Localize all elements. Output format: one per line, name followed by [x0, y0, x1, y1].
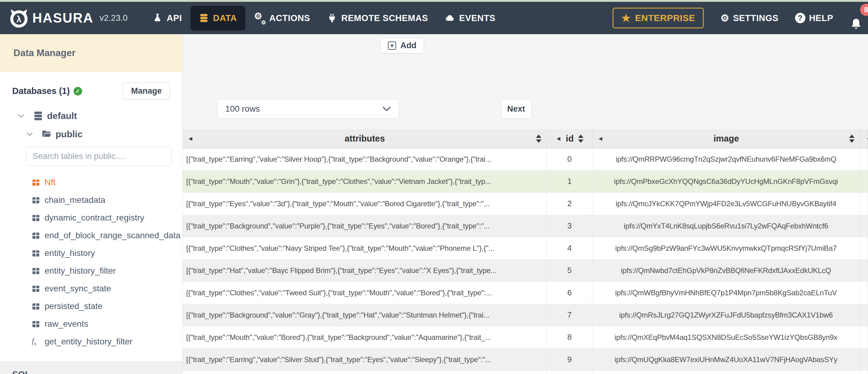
- image-cell: ipfs://QmNwbd7ctEhGpVkP8nZvBBQfiNeFKRdxf…: [592, 259, 860, 282]
- image-cell: ipfs://QmXEqPbvM4aq1SQSXN8DSuEcSo5SseYW1…: [592, 326, 860, 348]
- attributes-cell: [{"trait_type":"Earring","value":"Silver…: [183, 348, 547, 371]
- table-row: [183, 371, 868, 374]
- sidebar-function-item[interactable]: fx get_entity_history_filter: [0, 333, 182, 350]
- image-cell: ipfs://QmPbxeGcXhYQQNgsC6a36dDyYUcHgMLnG…: [592, 170, 860, 192]
- table-row: [{"trait_type":"Clothes","value":"Tweed …: [183, 282, 868, 304]
- overflow-cell: [860, 192, 868, 215]
- sort-icon[interactable]: [578, 134, 584, 143]
- notifications-button[interactable]: 8: [850, 5, 864, 31]
- attributes-cell: [{"trait_type":"Background","value":"Gra…: [183, 304, 547, 326]
- id-cell: 3: [547, 215, 592, 237]
- overflow-cell: [860, 348, 868, 371]
- expand-column-icon[interactable]: ◄: [555, 135, 562, 142]
- table-row: [{"trait_type":"Clothes","value":"Navy S…: [183, 237, 868, 259]
- column-header-id: id: [566, 134, 574, 144]
- navbar-right: ★ ENTERPRISE ⚙ SETTINGS ? HELP 8: [613, 5, 864, 31]
- table-icon: [32, 285, 40, 293]
- table-icon: [32, 179, 40, 187]
- sidebar-table-label: Nft: [44, 178, 56, 187]
- next-page-button[interactable]: Next: [501, 99, 531, 119]
- table-icon: [32, 214, 40, 222]
- sidebar-table-item[interactable]: persisted_state: [0, 298, 182, 315]
- sort-icon[interactable]: [849, 134, 855, 143]
- settings-link[interactable]: ⚙ SETTINGS: [720, 12, 778, 24]
- sidebar-table-item[interactable]: dynamic_contract_registry: [0, 209, 182, 227]
- id-cell: 4: [547, 237, 592, 259]
- sidebar-table-item[interactable]: Nft: [0, 174, 182, 191]
- attributes-cell: [{"trait_type":"Hat","value":"Bayc Flipp…: [183, 259, 547, 282]
- sidebar-table-label: persisted_state: [44, 302, 102, 311]
- help-link[interactable]: ? HELP: [795, 13, 833, 23]
- nav-item-data[interactable]: DATA: [190, 6, 245, 31]
- expand-column-icon[interactable]: ◄: [597, 135, 603, 142]
- notification-badge: 8: [860, 4, 868, 16]
- chevron-down-icon: [382, 106, 391, 111]
- enterprise-label: ENTERPRISE: [635, 13, 695, 23]
- table-row: [{"trait_type":"Earring","value":"Silver…: [183, 348, 868, 371]
- rows-per-page-select[interactable]: 100 rows: [217, 99, 399, 119]
- hasura-logo-icon: λ: [9, 8, 29, 28]
- attributes-cell: [{"trait_type":"Mouth","value":"Bored"},…: [183, 326, 547, 348]
- table-row: [{"trait_type":"Background","value":"Pur…: [183, 215, 868, 237]
- overflow-cell: [860, 237, 868, 259]
- sort-icon[interactable]: [536, 134, 541, 143]
- brand-name: HASURA: [32, 10, 93, 26]
- table-icon: [32, 249, 40, 257]
- id-cell: 7: [547, 304, 592, 326]
- sidebar-table-item[interactable]: entity_history: [0, 244, 182, 262]
- attributes-cell: [{"trait_type":"Background","value":"Pur…: [183, 215, 547, 237]
- chevron-down-icon: [18, 114, 24, 118]
- databases-label: Databases (1): [12, 86, 70, 96]
- sidebar: Data Manager Databases (1) ✓ Manage defa…: [0, 34, 183, 374]
- sidebar-table-item[interactable]: chain_metadata: [0, 191, 182, 209]
- nav-item-api[interactable]: API: [144, 6, 190, 31]
- sql-link[interactable]: SQL: [12, 369, 31, 374]
- table-row: [{"trait_type":"Earring","value":"Silver…: [183, 148, 868, 170]
- sidebar-table-label: dynamic_contract_registry: [44, 213, 144, 223]
- table-row: [{"trait_type":"Background","value":"Gra…: [183, 304, 868, 326]
- nav-item-events[interactable]: EVENTS: [436, 6, 504, 31]
- image-cell: [592, 371, 860, 374]
- sidebar-table-label: entity_history_filter: [44, 266, 116, 276]
- sidebar-header: Data Manager: [0, 34, 182, 72]
- chevron-down-icon: [26, 132, 33, 136]
- sidebar-table-item[interactable]: entity_history_filter: [0, 262, 182, 280]
- image-cell: ipfs://QmWBgfBhyVmHNhBfEQ7p1P4Mpn7pm5b8K…: [592, 282, 860, 304]
- add-row-button[interactable]: + Add: [380, 38, 424, 53]
- expand-column-icon[interactable]: ◄: [187, 135, 193, 142]
- tree-item-public[interactable]: public: [0, 129, 182, 139]
- connected-check-icon: ✓: [73, 87, 82, 95]
- id-cell: 2: [547, 192, 592, 215]
- overflow-cell: [860, 148, 868, 170]
- database-name: default: [47, 111, 77, 121]
- expand-column-icon[interactable]: ◄: [866, 135, 868, 142]
- sidebar-table-label: raw_events: [44, 319, 88, 329]
- image-cell: ipfs://QmRRPWG96cmgTn2qSzjwr2qvfNEuhunv6…: [592, 148, 860, 170]
- table-icon: [32, 320, 40, 328]
- nav-item-actions[interactable]: ⚙⚙ ACTIONS: [245, 5, 319, 31]
- brand[interactable]: λ HASURA v2.23.0: [9, 8, 128, 28]
- manage-button[interactable]: Manage: [123, 82, 170, 100]
- schema-name: public: [56, 129, 83, 139]
- image-cell: ipfs://QmSg9bPzW9anFYc3wWU5KnvymwkxQTpmq…: [592, 237, 860, 259]
- sidebar-table-item[interactable]: raw_events: [0, 315, 182, 333]
- star-icon: ★: [621, 13, 631, 23]
- id-cell: [547, 371, 592, 374]
- sidebar-table-item[interactable]: event_sync_state: [0, 280, 182, 298]
- settings-label: SETTINGS: [733, 13, 779, 23]
- search-input[interactable]: [26, 147, 172, 166]
- nav-item-label: EVENTS: [459, 13, 495, 23]
- tree-item-default[interactable]: default: [0, 111, 182, 121]
- overflow-cell: [860, 282, 868, 304]
- table-header-row: ◄ attributes ◄ id ◄ image: [183, 129, 868, 148]
- image-cell: ipfs://QmcJYkCKK7QPmYWjp4FD2e3Lv5WCGFuHN…: [592, 192, 860, 215]
- nav-item-remote-schemas[interactable]: REMOTE SCHEMAS: [319, 6, 436, 31]
- nav-item-label: REMOTE SCHEMAS: [341, 13, 428, 23]
- pagination-controls: 100 rows Next: [217, 99, 868, 119]
- id-cell: 0: [547, 148, 592, 170]
- enterprise-button[interactable]: ★ ENTERPRISE: [613, 8, 704, 28]
- sidebar-table-item[interactable]: end_of_block_range_scanned_data: [0, 227, 182, 244]
- column-header-attributes: attributes: [193, 134, 536, 144]
- image-cell: ipfs://QmRsJLrg27GQ1ZWyrXZFuJFdU5bapfzsy…: [592, 304, 860, 326]
- sidebar-function-label: get_entity_history_filter: [44, 337, 132, 347]
